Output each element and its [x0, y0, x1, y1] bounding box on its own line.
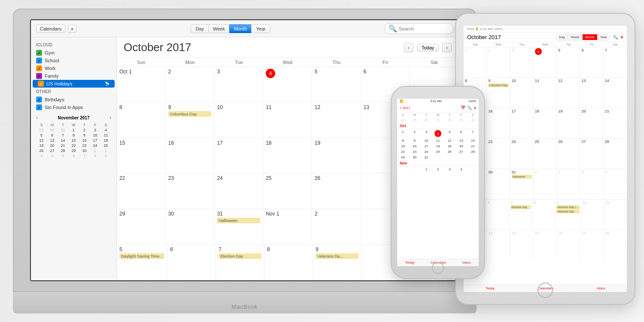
- iphone-day[interactable]: 7: [467, 129, 479, 138]
- ipad-cell[interactable]: 11: [534, 78, 557, 108]
- mini-day[interactable]: 11: [100, 133, 111, 138]
- iphone-day[interactable]: 26: [444, 149, 456, 155]
- iphone-day[interactable]: 29: [456, 117, 467, 123]
- cal-cell[interactable]: 17: [214, 138, 263, 173]
- calendars-button[interactable]: Calendars: [36, 24, 65, 33]
- iphone-day[interactable]: 17: [420, 143, 432, 149]
- ipad-veterans2-event[interactable]: Veterans Day: [556, 210, 580, 213]
- cal-cell[interactable]: 2: [312, 209, 361, 244]
- sidebar-item-us-holidays[interactable]: ✓ US Holidays 📡: [33, 80, 115, 88]
- iphone-calendar-icon[interactable]: 📅: [461, 106, 465, 110]
- mini-day[interactable]: 5: [58, 153, 68, 158]
- mini-day[interactable]: 28: [58, 148, 68, 153]
- ipad-election-event[interactable]: Election Day: [510, 205, 530, 209]
- ipad-cell[interactable]: 12: [557, 78, 580, 108]
- iphone-day[interactable]: 28: [444, 117, 456, 123]
- iphone-today-btn[interactable]: Today: [405, 261, 414, 264]
- ipad-cell[interactable]: 7 Election Day: [509, 200, 532, 230]
- ipad-inbox-btn[interactable]: Inbox: [597, 286, 605, 290]
- mini-day[interactable]: 1: [68, 128, 79, 133]
- iphone-day[interactable]: 9: [409, 138, 420, 143]
- iphone-day[interactable]: [409, 167, 420, 172]
- next-month-button[interactable]: ›: [442, 43, 452, 52]
- iphone-day[interactable]: 25: [409, 117, 420, 123]
- siri-found-checkbox[interactable]: ✓: [36, 104, 42, 110]
- iphone-day[interactable]: 2: [432, 167, 444, 172]
- ipad-cell[interactable]: 3: [510, 47, 534, 77]
- iphone-day[interactable]: 20: [456, 143, 467, 149]
- sidebar-item-work[interactable]: ✓ Work: [31, 64, 116, 72]
- cal-cell[interactable]: 18: [263, 138, 312, 173]
- us-holidays-checkbox[interactable]: ✓: [38, 81, 44, 87]
- iphone-day[interactable]: 29: [397, 155, 409, 160]
- iphone-add-icon[interactable]: +: [474, 106, 476, 110]
- iphone-inbox-btn[interactable]: Inbox: [462, 261, 471, 264]
- search-bar[interactable]: 🔍: [385, 23, 453, 34]
- iphone-day[interactable]: [467, 155, 479, 160]
- iphone-day[interactable]: 1: [420, 167, 432, 172]
- ipad-cell[interactable]: 6: [580, 47, 603, 77]
- iphone-today[interactable]: 4: [432, 129, 444, 138]
- iphone-day[interactable]: 2: [409, 129, 420, 138]
- iphone-day[interactable]: [432, 155, 444, 160]
- ipad-cell[interactable]: 10: [510, 78, 534, 108]
- iphone-day[interactable]: 27: [456, 149, 467, 155]
- mini-day[interactable]: 3: [36, 153, 47, 158]
- ipad-week-btn[interactable]: Week: [568, 34, 582, 40]
- sidebar-item-birthdays[interactable]: ✓ Birthdays: [31, 96, 116, 103]
- ipad-cell[interactable]: 31 Halloween: [510, 169, 534, 199]
- iphone-day[interactable]: 13: [456, 138, 467, 143]
- iphone-home-button[interactable]: [432, 262, 444, 274]
- ipad-cell[interactable]: 25: [534, 139, 557, 169]
- iphone-day[interactable]: 27: [432, 117, 444, 123]
- cal-cell[interactable]: 11: [263, 103, 312, 138]
- mini-day[interactable]: 13: [47, 138, 58, 143]
- mini-day[interactable]: 5: [36, 133, 47, 138]
- mini-day[interactable]: 25: [100, 143, 111, 148]
- ipad-cell[interactable]: 14: [604, 78, 627, 108]
- mini-day[interactable]: 2: [79, 128, 90, 133]
- iphone-day[interactable]: 24: [397, 117, 409, 123]
- mini-day[interactable]: 15: [68, 138, 79, 143]
- ipad-cell[interactable]: 19: [557, 108, 580, 138]
- ipad-cell[interactable]: 26: [557, 139, 580, 169]
- ipad-cell[interactable]: 18: [534, 108, 557, 138]
- ipad-cell[interactable]: 24: [510, 139, 534, 169]
- election-day-event[interactable]: Election Day: [219, 253, 261, 259]
- mini-cal-prev[interactable]: ‹: [36, 115, 38, 121]
- iphone-day[interactable]: 19: [444, 143, 456, 149]
- mini-day[interactable]: 7: [79, 153, 90, 158]
- ipad-cell[interactable]: 4: [604, 169, 627, 199]
- mini-day[interactable]: 4: [100, 128, 111, 133]
- ipad-cell[interactable]: 8: [532, 200, 555, 230]
- ipad-cell[interactable]: 17: [510, 108, 534, 138]
- mini-day[interactable]: 9: [100, 153, 111, 158]
- ipad-cell[interactable]: 2: [487, 47, 510, 77]
- columbus-day-event[interactable]: Columbus Day: [168, 111, 212, 117]
- mini-day[interactable]: 2: [100, 148, 111, 153]
- cal-cell[interactable]: 5: [312, 67, 361, 102]
- cal-cell[interactable]: 7 Election Day: [216, 245, 264, 280]
- ipad-cell[interactable]: 27: [580, 139, 603, 169]
- family-checkbox[interactable]: ✓: [36, 73, 42, 79]
- ipad-columbus-event[interactable]: Columbus Day: [488, 83, 508, 87]
- cal-cell[interactable]: 30: [166, 209, 215, 244]
- cal-cell[interactable]: 31 Halloween: [214, 209, 263, 244]
- iphone-day[interactable]: [467, 167, 479, 172]
- birthdays-checkbox[interactable]: ✓: [36, 97, 42, 103]
- iphone-day[interactable]: 25: [432, 149, 444, 155]
- iphone-day[interactable]: 22: [397, 149, 409, 155]
- ipad-cell[interactable]: 1: [534, 169, 557, 199]
- iphone-day[interactable]: 30: [409, 155, 420, 160]
- iphone-day[interactable]: 5: [444, 129, 456, 138]
- iphone-day[interactable]: [397, 167, 409, 172]
- iphone-day[interactable]: 30: [467, 117, 479, 123]
- ipad-month-btn[interactable]: Month: [583, 34, 598, 40]
- iphone-back-btn[interactable]: < 2017: [400, 106, 410, 110]
- ipad-cell[interactable]: 16: [487, 108, 510, 138]
- iphone-day[interactable]: 1: [397, 129, 409, 138]
- iphone-day[interactable]: 14: [467, 138, 479, 143]
- cal-cell[interactable]: 22: [117, 173, 166, 209]
- mini-day[interactable]: 4: [47, 153, 58, 158]
- iphone-day[interactable]: 24: [420, 149, 432, 155]
